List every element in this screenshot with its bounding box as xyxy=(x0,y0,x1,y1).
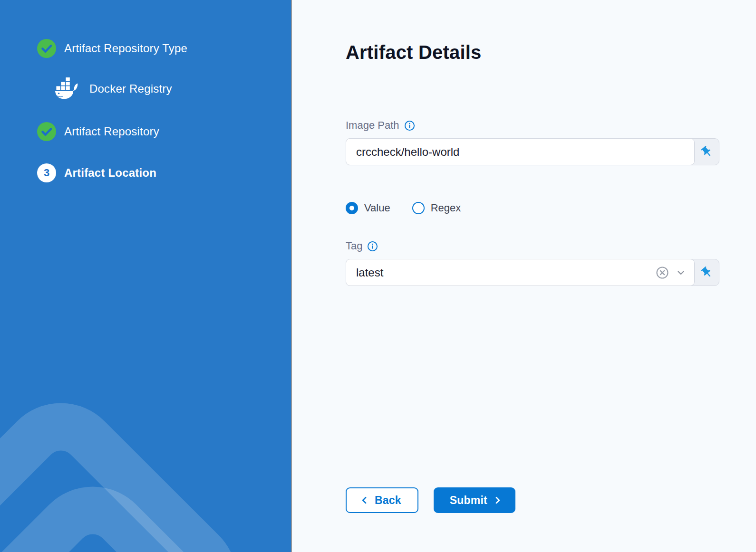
radio-option-regex[interactable]: Regex xyxy=(412,202,461,214)
page-title: Artifact Details xyxy=(346,42,756,63)
tag-label: Tag xyxy=(346,240,362,252)
sidebar-step-artifact-location[interactable]: 3 Artifact Location xyxy=(0,163,291,182)
step-completed-check-icon xyxy=(37,39,56,58)
step-number: 3 xyxy=(44,167,49,179)
image-path-label: Image Path xyxy=(346,119,399,132)
sidebar-step-docker-registry[interactable]: Docker Registry xyxy=(0,75,291,103)
sidebar-step-artifact-repository-type[interactable]: Artifact Repository Type xyxy=(0,39,291,58)
harness-logo-watermark xyxy=(0,461,292,552)
tag-input[interactable] xyxy=(356,266,649,279)
tag-pin-button[interactable] xyxy=(695,259,719,286)
artifact-details-panel: Artifact Details Image Path Value xyxy=(292,0,756,552)
step-number-badge: 3 xyxy=(37,163,56,182)
image-path-input[interactable] xyxy=(356,145,687,159)
step-label: Artifact Location xyxy=(64,166,156,180)
tag-dropdown-chevron-icon[interactable] xyxy=(675,267,687,278)
chevron-left-icon xyxy=(360,495,369,505)
tag-match-type-radio-group: Value Regex xyxy=(346,202,756,214)
submit-button[interactable]: Submit xyxy=(434,487,515,513)
radio-selected-icon xyxy=(346,202,358,214)
back-button[interactable]: Back xyxy=(346,487,418,513)
back-button-label: Back xyxy=(375,494,401,507)
step-completed-check-icon xyxy=(37,122,56,141)
tag-clear-icon[interactable] xyxy=(655,266,669,280)
wizard-footer: Back Submit xyxy=(346,487,756,513)
step-label: Artifact Repository xyxy=(64,125,159,138)
submit-button-label: Submit xyxy=(450,494,487,507)
radio-label: Value xyxy=(364,202,390,214)
step-label: Docker Registry xyxy=(89,82,172,95)
docker-whale-icon xyxy=(53,75,84,103)
image-path-pin-button[interactable] xyxy=(695,139,719,165)
wizard-step-sidebar: Artifact Repository Type Docker Registry xyxy=(0,0,292,552)
chevron-right-icon xyxy=(493,495,502,505)
image-path-input-group xyxy=(346,138,719,165)
radio-unselected-icon xyxy=(412,202,425,214)
step-label: Artifact Repository Type xyxy=(64,42,187,55)
radio-label: Regex xyxy=(431,202,461,214)
harness-logo-watermark xyxy=(0,378,262,552)
radio-option-value[interactable]: Value xyxy=(346,202,390,214)
tag-input-group xyxy=(346,259,719,286)
image-path-info-icon[interactable] xyxy=(404,120,415,131)
image-path-textbox xyxy=(346,138,695,165)
sidebar-step-artifact-repository[interactable]: Artifact Repository xyxy=(0,122,291,141)
tag-textbox xyxy=(346,259,695,286)
tag-info-icon[interactable] xyxy=(367,241,378,252)
